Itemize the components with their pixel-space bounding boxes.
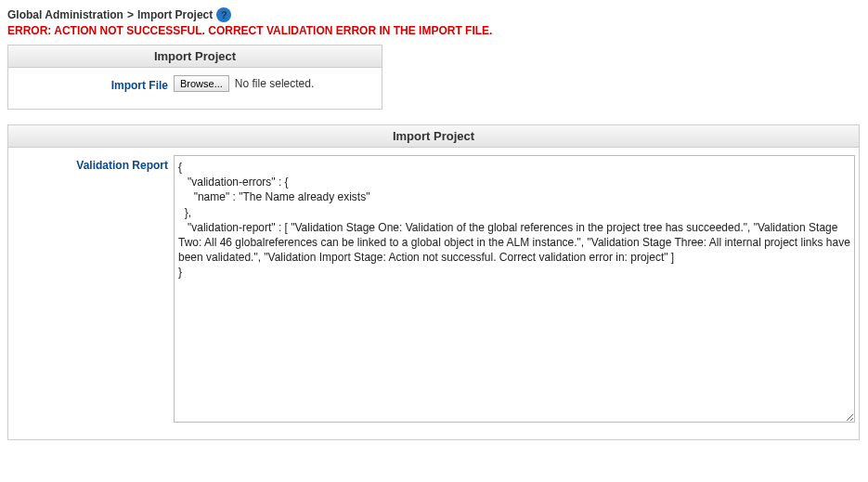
validation-report-label: Validation Report (12, 155, 168, 172)
breadcrumb: Global Administration > Import Project ? (7, 7, 861, 22)
error-message: ERROR: ACTION NOT SUCCESSFUL. CORRECT VA… (7, 24, 861, 37)
file-input-group: Browse... No file selected. (174, 75, 314, 92)
import-file-panel-title: Import Project (8, 46, 382, 68)
import-file-panel: Import Project Import File Browse... No … (7, 45, 382, 110)
breadcrumb-separator: > (127, 8, 134, 21)
breadcrumb-parent: Global Administration (7, 8, 123, 21)
browse-button[interactable]: Browse... (174, 75, 229, 92)
help-icon[interactable]: ? (216, 7, 231, 22)
validation-report-textarea[interactable] (174, 155, 855, 423)
breadcrumb-current: Import Project (137, 8, 213, 21)
validation-panel-title: Import Project (8, 125, 859, 148)
import-file-label: Import File (12, 75, 168, 92)
validation-panel: Import Project Validation Report (7, 124, 860, 440)
file-status-text: No file selected. (235, 77, 314, 90)
